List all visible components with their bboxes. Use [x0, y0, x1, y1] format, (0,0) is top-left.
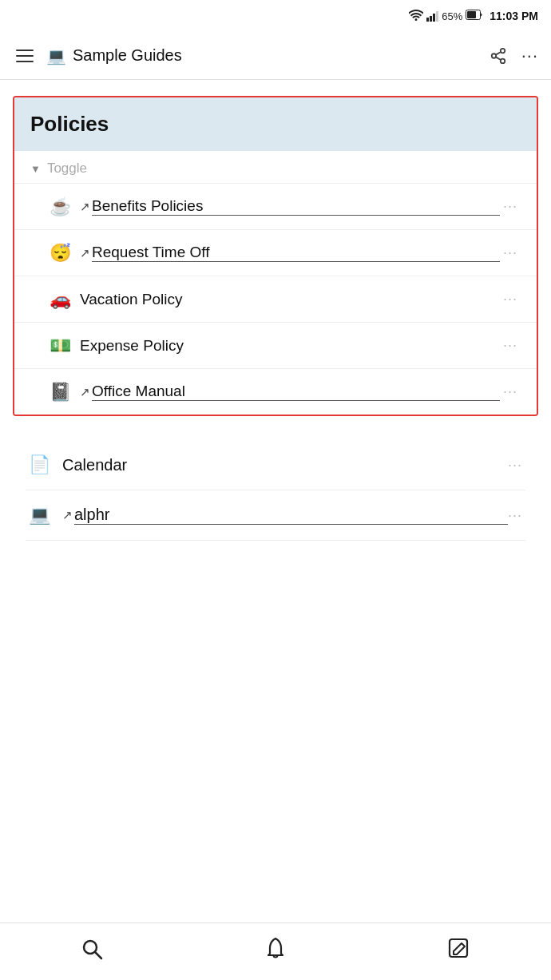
- svg-rect-1: [467, 11, 476, 18]
- search-button[interactable]: [0, 937, 184, 966]
- svg-line-5: [496, 57, 501, 60]
- alphr-label: alphr: [74, 506, 508, 525]
- bottom-list: 📄 Calendar ··· 💻 ↗ alphr ···: [13, 440, 538, 541]
- office-emoji: 📓: [50, 382, 72, 403]
- office-manual-label: Office Manual: [92, 383, 500, 401]
- svg-point-7: [84, 941, 97, 954]
- more-options-icon[interactable]: ···: [500, 195, 521, 218]
- notifications-button[interactable]: [184, 937, 367, 966]
- status-bar: 65% 11:03 PM: [0, 0, 551, 32]
- status-time: 11:03 PM: [490, 10, 538, 22]
- toggle-arrow-icon: ▼: [30, 163, 41, 175]
- list-item[interactable]: 💻 ↗ alphr ···: [26, 490, 525, 541]
- link-arrow-icon: ↗: [80, 200, 90, 214]
- policy-list: ☕ ↗ Benefits Policies ··· 😴 ↗ Request Ti…: [14, 183, 537, 415]
- wifi-icon: [409, 10, 423, 23]
- calendar-label: Calendar: [62, 456, 508, 474]
- benefits-policies-label: Benefits Policies: [92, 197, 500, 216]
- battery-icon: [466, 10, 483, 22]
- list-item[interactable]: 📓 ↗ Office Manual ···: [14, 368, 537, 415]
- toggle-row[interactable]: ▼ Toggle: [14, 151, 537, 183]
- link-arrow-icon: ↗: [62, 508, 73, 522]
- toggle-label: Toggle: [47, 161, 87, 177]
- more-options-icon[interactable]: ···: [500, 241, 521, 264]
- timeoff-emoji: 😴: [50, 243, 72, 264]
- more-options-icon[interactable]: ···: [500, 288, 521, 311]
- app-title: Sample Guides: [73, 46, 182, 65]
- more-options-icon[interactable]: ···: [500, 334, 521, 357]
- bottom-nav: [0, 922, 551, 980]
- svg-line-6: [496, 51, 501, 54]
- calendar-icon: 📄: [29, 454, 53, 475]
- svg-rect-9: [450, 939, 467, 957]
- policies-card: Policies ▼ Toggle ☕ ↗ Benefits Policies …: [13, 96, 538, 416]
- search-icon: [80, 937, 104, 966]
- app-bar-title-area: 💻 Sample Guides: [46, 46, 490, 65]
- policies-title: Policies: [30, 112, 109, 136]
- vacation-policy-label: Vacation Policy: [80, 291, 500, 308]
- vacation-emoji: 🚗: [50, 289, 72, 310]
- alphr-icon: 💻: [29, 505, 53, 526]
- battery-percent: 65%: [442, 10, 462, 22]
- menu-button[interactable]: [13, 46, 37, 65]
- link-arrow-icon: ↗: [80, 385, 90, 399]
- more-options-icon[interactable]: ···: [508, 457, 522, 474]
- link-arrow-icon: ↗: [80, 246, 90, 260]
- share-button[interactable]: [490, 47, 507, 65]
- svg-line-8: [96, 953, 102, 959]
- edit-button[interactable]: [367, 938, 551, 966]
- signal-icon: [426, 10, 438, 22]
- list-item[interactable]: ☕ ↗ Benefits Policies ···: [14, 183, 537, 229]
- expense-policy-label: Expense Policy: [80, 337, 500, 355]
- policies-header: Policies: [14, 97, 537, 151]
- more-options-button[interactable]: ···: [521, 46, 538, 66]
- request-timeoff-label: Request Time Off: [92, 244, 500, 262]
- list-item[interactable]: 🚗 Vacation Policy ···: [14, 276, 537, 322]
- list-item[interactable]: 💵 Expense Policy ···: [14, 322, 537, 368]
- more-options-icon[interactable]: ···: [508, 507, 522, 524]
- more-options-icon[interactable]: ···: [500, 380, 521, 403]
- edit-icon: [448, 938, 470, 966]
- benefits-emoji: ☕: [50, 196, 72, 217]
- expense-emoji: 💵: [50, 335, 72, 356]
- list-item[interactable]: 😴 ↗ Request Time Off ···: [14, 229, 537, 276]
- status-icons: 65% 11:03 PM: [409, 10, 538, 23]
- laptop-icon: 💻: [46, 46, 66, 65]
- app-bar-actions: ···: [490, 46, 538, 66]
- bell-icon: [264, 937, 287, 966]
- main-content: Policies ▼ Toggle ☕ ↗ Benefits Policies …: [0, 80, 551, 557]
- app-bar: 💻 Sample Guides ···: [0, 32, 551, 80]
- list-item[interactable]: 📄 Calendar ···: [26, 440, 525, 490]
